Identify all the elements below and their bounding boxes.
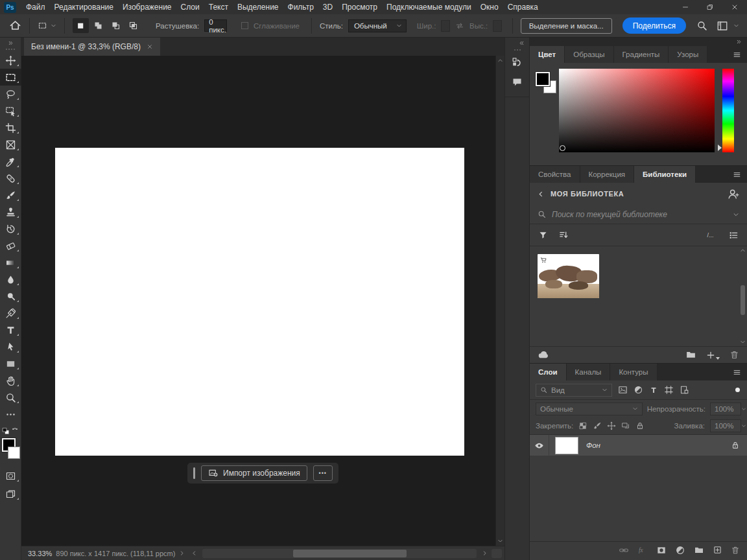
color-cursor[interactable] <box>560 145 565 151</box>
menu-edit[interactable]: Редактирование <box>50 0 118 14</box>
quick-mask-button[interactable] <box>0 467 21 484</box>
hue-slider[interactable] <box>722 69 734 152</box>
background-color-swatch[interactable] <box>8 447 20 459</box>
horizontal-scrollbar[interactable] <box>202 549 477 558</box>
menu-3d[interactable]: 3D <box>318 0 337 14</box>
cloud-sync-icon[interactable] <box>538 349 550 361</box>
scroll-down-icon[interactable] <box>740 339 746 345</box>
delete-asset-icon[interactable] <box>729 350 739 360</box>
panel-menu-button[interactable] <box>726 364 747 380</box>
tool-edit-toolbar[interactable] <box>0 406 21 423</box>
layer-visibility-toggle[interactable] <box>530 435 549 456</box>
add-selection-button[interactable] <box>90 18 106 33</box>
panels-collapse-row[interactable] <box>530 38 747 46</box>
chevron-down-icon[interactable] <box>733 23 739 29</box>
subtract-selection-button[interactable] <box>108 18 124 33</box>
history-panel-button[interactable] <box>505 52 530 72</box>
vertical-scrollbar[interactable] <box>495 56 504 546</box>
close-tab-icon[interactable] <box>147 43 153 50</box>
menu-file[interactable]: Файл <box>21 0 50 14</box>
layer-filter-combo[interactable]: Вид <box>536 384 612 397</box>
menu-view[interactable]: Просмотр <box>337 0 382 14</box>
opacity-field[interactable]: 100% <box>710 402 741 415</box>
menu-layers[interactable]: Слои <box>176 0 204 14</box>
tool-eraser[interactable] <box>0 237 21 254</box>
panel-menu-button[interactable] <box>726 166 747 183</box>
tool-gradient[interactable] <box>0 254 21 271</box>
search-icon[interactable] <box>696 20 707 31</box>
tab-adjustments[interactable]: Коррекция <box>580 166 635 183</box>
restore-button[interactable] <box>698 0 722 14</box>
filter-funnel-icon[interactable] <box>538 230 548 240</box>
feather-input[interactable]: 0 пикс. <box>204 19 227 32</box>
filter-adjustment-layers-icon[interactable] <box>634 385 643 395</box>
lock-artboard-icon[interactable] <box>621 421 630 430</box>
tab-swatches[interactable]: Образцы <box>565 46 613 63</box>
import-image-button[interactable]: Импорт изображения <box>201 465 307 481</box>
lock-transparency-icon[interactable] <box>578 421 587 430</box>
home-button[interactable] <box>9 19 21 32</box>
tab-properties[interactable]: Свойства <box>530 166 580 183</box>
hue-slider-marker[interactable] <box>718 145 722 151</box>
screen-mode-button[interactable] <box>0 485 21 502</box>
scroll-down-icon[interactable] <box>497 538 503 544</box>
menu-help[interactable]: Справка <box>503 0 543 14</box>
library-scroll-thumb[interactable] <box>741 285 745 315</box>
library-asset-thumbnail[interactable] <box>538 254 599 298</box>
menu-plugins[interactable]: Подключаемые модули <box>382 0 476 14</box>
swap-dimensions-icon[interactable] <box>455 21 464 30</box>
tool-type[interactable] <box>0 321 21 338</box>
new-layer-icon[interactable] <box>713 545 722 555</box>
tool-blur[interactable] <box>0 271 21 288</box>
tool-clone-stamp[interactable] <box>0 204 21 220</box>
tool-zoom[interactable] <box>0 389 21 406</box>
tab-libraries[interactable]: Библиотеки <box>634 166 696 183</box>
link-layers-icon[interactable] <box>619 545 629 555</box>
scroll-left-icon[interactable] <box>191 550 197 556</box>
filter-toggle-light[interactable] <box>735 388 740 392</box>
chevron-down-icon[interactable] <box>733 211 739 218</box>
tool-eyedropper[interactable] <box>0 153 21 170</box>
toolbar-expand-button[interactable] <box>0 38 21 46</box>
tab-gradients[interactable]: Градиенты <box>614 46 669 63</box>
filter-shape-layers-icon[interactable] <box>664 385 674 395</box>
document-canvas[interactable] <box>55 148 464 456</box>
tool-brush[interactable] <box>0 187 21 204</box>
tool-rectangle[interactable] <box>0 355 21 372</box>
new-group-folder-icon[interactable] <box>685 349 696 360</box>
close-button[interactable] <box>722 0 747 14</box>
menu-type[interactable]: Текст <box>204 0 233 14</box>
zoom-level-field[interactable]: 33.33% <box>28 550 52 557</box>
height-input[interactable] <box>493 20 502 32</box>
filter-type-layers-icon[interactable] <box>649 386 658 395</box>
canvas[interactable]: Импорт изображения ••• <box>21 56 504 546</box>
invite-person-icon[interactable] <box>727 188 739 200</box>
antialias-checkbox[interactable] <box>241 22 248 29</box>
intersect-selection-button[interactable] <box>125 18 141 33</box>
blend-mode-select[interactable]: Обычные <box>536 402 643 415</box>
scroll-up-icon[interactable] <box>497 58 503 64</box>
layer-name[interactable]: Фон <box>586 441 731 449</box>
dock-expand-button[interactable] <box>505 38 529 47</box>
tool-object-selection[interactable] <box>0 102 21 119</box>
document-tab[interactable]: Без имени-1 @ 33,3% (RGB/8) <box>24 38 160 56</box>
select-and-mask-button[interactable]: Выделение и маска... <box>521 18 612 34</box>
group-by-type-icon[interactable]: /... <box>706 229 718 241</box>
fill-field[interactable]: 100% <box>710 419 741 432</box>
minimize-button[interactable] <box>673 0 698 14</box>
dock-grip[interactable] <box>514 47 521 52</box>
width-input[interactable] <box>441 20 450 32</box>
filter-smart-objects-icon[interactable] <box>680 385 689 395</box>
layer-effects-icon[interactable]: fx <box>637 545 648 555</box>
filter-pixel-layers-icon[interactable] <box>618 385 628 395</box>
more-options-button[interactable]: ••• <box>313 465 333 481</box>
tool-dodge[interactable] <box>0 288 21 305</box>
tool-move[interactable] <box>0 52 21 69</box>
status-popup-chevron-icon[interactable] <box>179 550 185 556</box>
tool-preset-picker[interactable] <box>38 21 56 30</box>
menu-window[interactable]: Окно <box>476 0 503 14</box>
tool-path-selection[interactable] <box>0 338 21 355</box>
toolbar-grip[interactable] <box>6 46 15 52</box>
share-button[interactable]: Поделиться <box>622 18 686 34</box>
default-colors-icon[interactable] <box>2 427 10 435</box>
